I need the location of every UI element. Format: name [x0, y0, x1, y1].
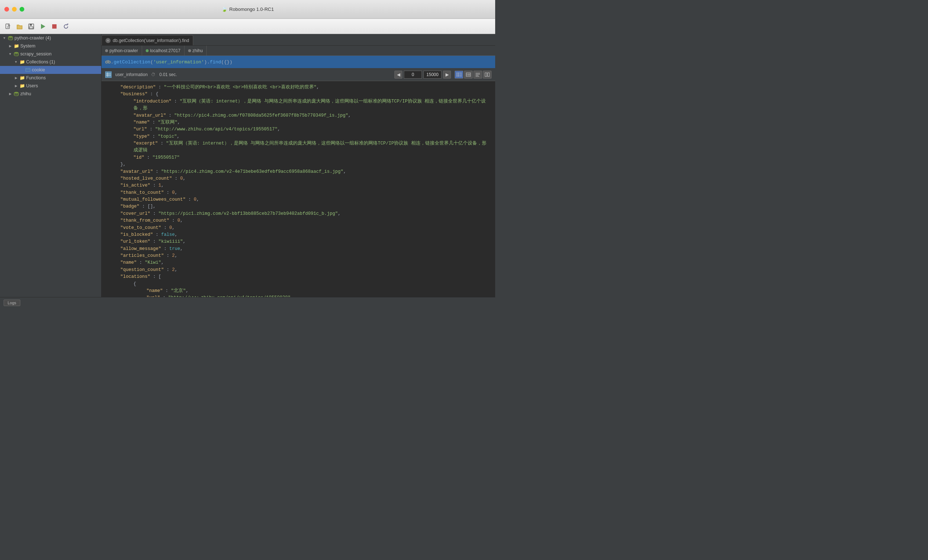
app-icon: 🍃 — [221, 6, 227, 12]
json-output[interactable]: "description" : "一个科技公司的PR<br>喜欢吃 <br>特别… — [102, 81, 495, 297]
folder-icon-functions: 📁 — [19, 75, 25, 81]
next-page-button[interactable]: ▶ — [443, 71, 451, 79]
json-line-18: "thank_from_count" : 0, — [107, 217, 489, 224]
json-line-1: "description" : "一个科技公司的PR<br>喜欢吃 <br>特别… — [107, 84, 489, 91]
svg-rect-13 — [488, 73, 489, 76]
json-line-5: "name" : "互联网", — [107, 119, 489, 126]
app-title-text: Robomongo 1.0-RC1 — [229, 6, 274, 12]
sidebar-item-python-crawler[interactable]: ▼ python-crawler (4) — [0, 34, 101, 42]
query-text: db.getCollection('user_information').fin… — [105, 59, 232, 65]
conn-host[interactable]: localhost:27017 — [142, 46, 185, 55]
svg-marker-4 — [41, 24, 45, 29]
json-line-19: "vote_to_count" : 0, — [107, 225, 489, 231]
json-line-23: "articles_count" : 2, — [107, 253, 489, 259]
svg-rect-9 — [106, 72, 111, 77]
new-button[interactable] — [3, 21, 13, 32]
view-custom-button[interactable] — [483, 71, 491, 79]
tab-query[interactable]: × db.getCollection('user_information').f… — [102, 35, 193, 45]
toolbar — [0, 19, 495, 34]
view-table-button[interactable] — [455, 71, 463, 79]
svg-rect-5 — [52, 24, 56, 29]
connection-bar: python-crawler localhost:27017 zhihu — [102, 46, 495, 56]
json-line-8: "excerpt" : "互联网（英语: internet），是网络 与网络之间… — [107, 140, 489, 154]
label-system: System — [20, 43, 101, 49]
json-line-10: }, — [107, 161, 489, 168]
json-line-6: "url" : "http://www.zhihu.com/api/v4/top… — [107, 126, 489, 133]
maximize-button[interactable] — [20, 7, 24, 12]
sidebar-item-scrapy-session[interactable]: ▼ scrapy_session — [0, 50, 101, 58]
close-button[interactable] — [5, 7, 9, 12]
results-right: ◀ ▶ — [394, 71, 491, 79]
page-size-input[interactable] — [423, 71, 441, 79]
prev-page-button[interactable]: ◀ — [394, 71, 402, 79]
results-timing: 0.01 sec. — [159, 72, 177, 77]
tab-bar: × db.getCollection('user_information').f… — [102, 34, 495, 46]
content-area: × db.getCollection('user_information').f… — [102, 34, 495, 297]
refresh-button[interactable] — [61, 21, 71, 32]
db-icon-scrapy-session — [13, 51, 20, 57]
view-text-button[interactable] — [473, 71, 482, 79]
conn-dot-db — [105, 49, 108, 52]
folder-icon-system: 📁 — [13, 43, 20, 49]
results-collection-name: user_information — [115, 72, 148, 77]
svg-point-7 — [14, 52, 18, 54]
sidebar-item-users[interactable]: ▶ 📁 Users — [0, 82, 101, 90]
save-button[interactable] — [26, 21, 36, 32]
arrow-functions: ▶ — [13, 75, 19, 81]
json-line-9: "id" : "19550517" — [107, 154, 489, 161]
svg-rect-3 — [29, 27, 33, 29]
label-users: Users — [25, 83, 101, 88]
conn-dot-collection — [188, 49, 191, 52]
label-zhihu: zhihu — [20, 91, 101, 96]
view-tree-button[interactable] — [464, 71, 473, 79]
logs-button[interactable]: Logs — [4, 300, 20, 306]
sidebar-item-functions[interactable]: ▶ 📁 Functions — [0, 74, 101, 82]
svg-rect-10 — [456, 72, 461, 77]
sidebar-item-system[interactable]: ▶ 📁 System — [0, 42, 101, 50]
label-python-crawler: python-crawler (4) — [14, 35, 101, 41]
folder-icon-collections: 📁 — [19, 59, 25, 65]
conn-collection[interactable]: zhihu — [185, 46, 207, 55]
arrow-users: ▶ — [13, 83, 19, 89]
label-collections: Collections (1) — [25, 59, 101, 64]
folder-icon-users: 📁 — [19, 83, 25, 89]
conn-db[interactable]: python-crawler — [102, 46, 142, 55]
statusbar: Logs — [0, 297, 495, 308]
minimize-button[interactable] — [12, 7, 17, 12]
json-line-7: "type" : "topic", — [107, 133, 489, 140]
json-line-20: "is_blocked" : false, — [107, 231, 489, 238]
sidebar-item-collections[interactable]: ▼ 📁 Collections (1) — [0, 58, 101, 66]
svg-point-6 — [8, 36, 13, 38]
sidebar-item-zhihu[interactable]: ▶ zhihu — [0, 90, 101, 98]
run-button[interactable] — [38, 21, 48, 32]
open-button[interactable] — [14, 21, 24, 32]
stop-button[interactable] — [49, 21, 60, 32]
conn-dot-host — [146, 49, 149, 52]
label-scrapy-session: scrapy_session — [20, 52, 101, 56]
tab-close-button[interactable]: × — [105, 38, 111, 43]
json-line-22: "allow_message" : true, — [107, 246, 489, 253]
titlebar: 🍃 Robomongo 1.0-RC1 — [0, 0, 495, 19]
json-line-26: "locations" : [ — [107, 274, 489, 280]
conn-db-label: python-crawler — [110, 48, 138, 53]
arrow-collections: ▼ — [13, 59, 19, 65]
json-line-29: "url" : "http://www.zhihu.com/api/v4/top… — [107, 294, 489, 297]
json-line-13: "is_active" : 1, — [107, 182, 489, 189]
collection-icon-cookie — [24, 67, 31, 73]
json-line-12: "hosted_live_count" : 0, — [107, 175, 489, 182]
sidebar-item-cookie[interactable]: ▶ cookie — [0, 66, 101, 74]
svg-rect-12 — [485, 73, 487, 76]
json-line-3: "introduction" : "互联网（英语: internet），是网络 … — [107, 98, 489, 112]
results-left: user_information ⏱ 0.01 sec. — [105, 72, 177, 78]
json-line-25: "question_count" : 2, — [107, 266, 489, 274]
json-line-15: "mutual_followees_count" : 0, — [107, 196, 489, 203]
main-layout: ▼ python-crawler (4) ▶ 📁 System ▼ — [0, 34, 495, 297]
json-line-24: "name" : "Kiwi", — [107, 259, 489, 266]
json-line-14: "thank_to_count" : 0, — [107, 189, 489, 196]
json-line-4: "avatar_url" : "https://pic4.zhimg.com/f… — [107, 112, 489, 119]
current-page-input[interactable] — [404, 71, 422, 79]
svg-point-8 — [14, 92, 18, 94]
window-controls[interactable] — [5, 7, 24, 12]
timing-icon: ⏱ — [151, 72, 156, 77]
arrow-scrapy-session: ▼ — [7, 51, 13, 57]
